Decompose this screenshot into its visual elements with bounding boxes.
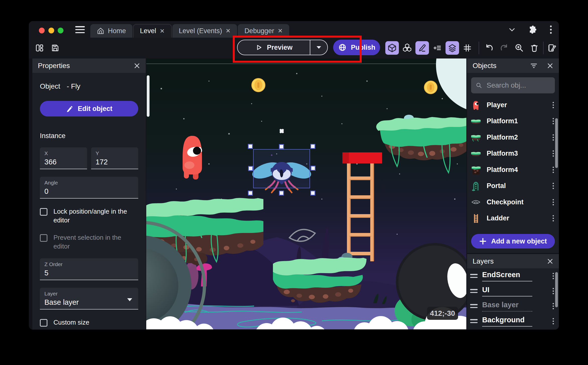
tab-debugger[interactable]: Debugger ✕	[238, 24, 289, 38]
object-search[interactable]	[471, 77, 555, 93]
object-row-platform2[interactable]: Platform2	[467, 129, 559, 146]
kebab-menu-icon[interactable]	[551, 116, 555, 126]
close-icon[interactable]	[547, 258, 553, 265]
objects-cubes-icon[interactable]	[400, 41, 414, 55]
drag-handle-icon[interactable]	[470, 289, 478, 293]
checkbox[interactable]	[40, 234, 47, 242]
preview-options-dropdown[interactable]	[310, 40, 327, 55]
undo-icon[interactable]	[482, 41, 496, 55]
scene-canvas[interactable]: 412;-30	[146, 58, 466, 329]
canvas-scrollbar[interactable]	[147, 75, 150, 117]
drag-handle-icon[interactable]	[470, 274, 478, 278]
layer-row-ui[interactable]: UI	[467, 283, 559, 298]
minimize-window-button[interactable]	[48, 28, 54, 33]
platform4-thumbnail	[470, 164, 482, 175]
layers-panel-icon[interactable]	[446, 41, 459, 55]
layer-row-background[interactable]: Background	[467, 314, 559, 329]
close-tab-icon[interactable]: ✕	[278, 28, 283, 34]
save-icon[interactable]	[48, 41, 62, 55]
x-field-value: 366	[44, 158, 83, 166]
add-new-object-button[interactable]: Add a new object	[471, 234, 555, 249]
close-tab-icon[interactable]: ✕	[226, 28, 231, 34]
extensions-icon[interactable]	[528, 25, 537, 34]
drag-handle-icon[interactable]	[470, 304, 478, 308]
zoom-window-button[interactable]	[58, 28, 63, 33]
tab-home[interactable]: Home	[90, 24, 132, 38]
angle-field[interactable]: Angle 0	[40, 177, 138, 199]
kebab-menu-icon[interactable]	[551, 198, 555, 207]
layer-row-endscreen[interactable]: EndScreen	[467, 268, 559, 283]
selection-handle-bottom-right[interactable]	[310, 191, 315, 196]
selection-handle-mid-right[interactable]	[311, 166, 316, 171]
objects-panel-title: Objects	[473, 62, 496, 70]
edit-object-button[interactable]: Edit object	[40, 101, 138, 116]
close-window-button[interactable]	[39, 28, 45, 33]
edit-scene-notes-icon[interactable]	[545, 41, 559, 55]
object-row-platform1[interactable]: Platform1	[467, 113, 559, 130]
tab-level[interactable]: Level ✕	[133, 24, 172, 38]
main-menu-icon[interactable]	[75, 26, 85, 33]
edit-mode-pencil-icon[interactable]	[415, 41, 429, 55]
kebab-menu-icon[interactable]	[551, 100, 555, 110]
kebab-menu-icon[interactable]	[549, 25, 552, 34]
y-position-field[interactable]: Y 172	[91, 147, 138, 169]
filter-icon[interactable]	[530, 63, 538, 69]
close-tab-icon[interactable]: ✕	[160, 28, 165, 34]
kebab-menu-icon[interactable]	[551, 214, 555, 223]
prevent-selection-checkbox[interactable]: Prevent selection in the editor	[40, 233, 138, 251]
selection-handle-top-center[interactable]	[279, 144, 284, 149]
x-position-field[interactable]: X 366	[40, 147, 87, 169]
redo-icon[interactable]	[497, 41, 511, 55]
zoom-in-icon[interactable]	[512, 41, 526, 55]
delete-trash-icon[interactable]	[528, 41, 541, 55]
objects-scrollbar[interactable]	[555, 118, 558, 168]
checkbox[interactable]	[40, 208, 47, 216]
selection-handle-mid-left[interactable]	[248, 166, 253, 171]
close-icon[interactable]	[134, 63, 140, 69]
selection-handle-top-left[interactable]	[248, 144, 253, 149]
object-row-ladder[interactable]: Ladder	[467, 210, 559, 227]
kebab-menu-icon[interactable]	[551, 133, 555, 142]
selection-handle-bottom-center[interactable]	[279, 191, 284, 196]
publish-button[interactable]: Publish	[333, 40, 380, 55]
selection-rectangle[interactable]	[253, 149, 310, 188]
instances-list-icon[interactable]	[430, 41, 444, 55]
flower-sprite[interactable]	[280, 129, 284, 133]
selection-handle-bottom-left[interactable]	[248, 191, 253, 196]
search-icon	[476, 82, 482, 89]
kebab-menu-icon[interactable]	[551, 301, 555, 311]
tab-level-events[interactable]: Level (Events) ✕	[172, 24, 237, 38]
globe-icon	[338, 43, 347, 52]
search-input[interactable]	[486, 81, 550, 90]
toggle-panels-icon[interactable]	[33, 41, 46, 55]
toggle-3d-view-icon[interactable]	[385, 41, 399, 55]
object-row-checkpoint[interactable]: Checkpoint	[467, 194, 559, 210]
custom-size-checkbox[interactable]: Custom size	[40, 318, 138, 327]
object-row-platform4[interactable]: Platform4	[467, 162, 559, 178]
checkbox[interactable]	[40, 319, 47, 327]
grid-icon[interactable]	[461, 41, 474, 55]
object-row-player[interactable]: Player	[467, 97, 559, 113]
object-row-portal[interactable]: Portal	[467, 178, 559, 194]
z-order-field[interactable]: Z Order 5	[40, 258, 138, 280]
desktop: Home Level ✕ Level (Events) ✕ Debugger ✕	[0, 0, 588, 365]
close-icon[interactable]	[547, 63, 553, 69]
selection-handle-top-right[interactable]	[310, 144, 315, 149]
drag-handle-icon[interactable]	[470, 319, 478, 323]
layers-scrollbar[interactable]	[555, 272, 558, 307]
kebab-menu-icon[interactable]	[551, 271, 555, 281]
preview-button[interactable]: Preview	[238, 40, 310, 55]
lock-position-checkbox[interactable]: Lock position/angle in the editor	[40, 207, 138, 225]
player-sprite[interactable]	[183, 136, 202, 179]
kebab-menu-icon[interactable]	[551, 181, 555, 191]
kebab-menu-icon[interactable]	[551, 317, 555, 326]
kebab-menu-icon[interactable]	[551, 286, 555, 296]
chevron-down-icon[interactable]	[508, 27, 516, 33]
layer-select[interactable]: Layer Base layer	[40, 288, 138, 310]
coin-sprite[interactable]	[252, 78, 265, 92]
kebab-menu-icon[interactable]	[551, 165, 555, 174]
kebab-menu-icon[interactable]	[551, 149, 555, 158]
layer-row-base-layer[interactable]: Base layer	[467, 298, 559, 314]
coin-sprite[interactable]	[424, 81, 437, 94]
object-row-platform3[interactable]: Platform3	[467, 146, 559, 162]
